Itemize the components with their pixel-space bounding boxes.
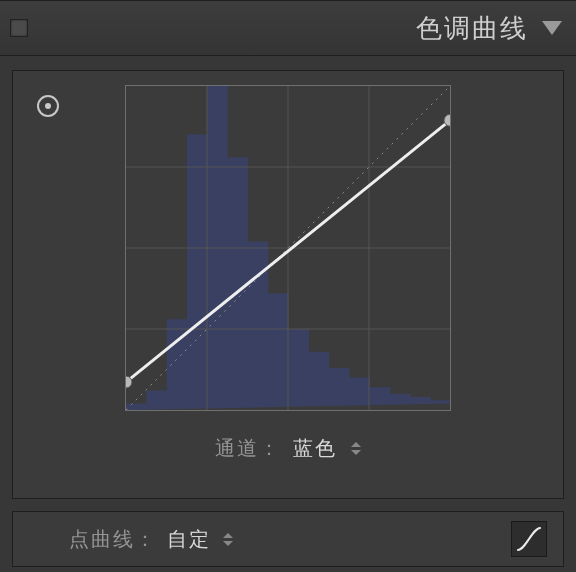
panel-toggle-swatch[interactable] <box>10 19 28 37</box>
chevron-down-icon[interactable] <box>223 541 233 546</box>
panel-title: 色调曲线 <box>416 11 528 46</box>
curve-mode-button[interactable] <box>511 521 547 557</box>
point-curve-value[interactable]: 自定 <box>167 526 211 553</box>
point-curve-footer: 点曲线： 自定 <box>12 511 564 567</box>
disclosure-triangle-icon[interactable] <box>542 21 562 35</box>
point-curve-label: 点曲线： <box>69 526 157 553</box>
point-curve-left: 点曲线： 自定 <box>69 526 233 553</box>
channel-value[interactable]: 蓝色 <box>293 435 337 462</box>
header-right: 色调曲线 <box>416 11 562 46</box>
tone-curve-canvas[interactable] <box>126 86 450 410</box>
channel-stepper[interactable] <box>351 442 361 455</box>
curve-section: 通道： 蓝色 <box>12 70 564 499</box>
point-curve-stepper[interactable] <box>223 533 233 546</box>
panel-body: 通道： 蓝色 <box>0 56 576 499</box>
chevron-up-icon[interactable] <box>351 442 361 447</box>
chevron-up-icon[interactable] <box>223 533 233 538</box>
panel-header: 色调曲线 <box>0 0 576 56</box>
targeted-adjustment-icon[interactable] <box>37 95 59 117</box>
curve-mode-icon <box>515 525 543 553</box>
channel-label: 通道： <box>215 435 281 462</box>
tone-curve-editor[interactable] <box>125 85 451 411</box>
channel-row: 通道： 蓝色 <box>61 411 515 478</box>
chevron-down-icon[interactable] <box>351 450 361 455</box>
